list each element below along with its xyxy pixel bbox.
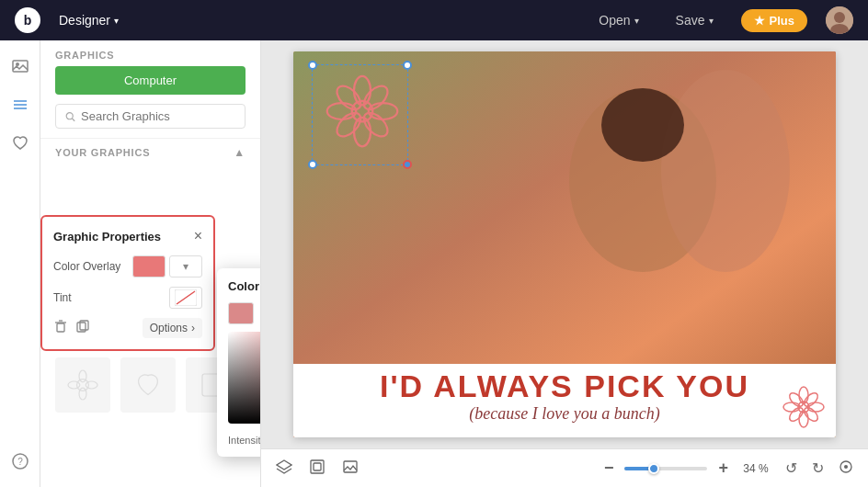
- color-picker-gradient[interactable]: [228, 332, 261, 424]
- corner-flower-graphic[interactable]: [781, 384, 827, 430]
- heart-thumb: [130, 367, 166, 403]
- gp-actions: Options ›: [53, 318, 202, 338]
- svg-point-14: [79, 388, 86, 400]
- tint-row: Tint: [53, 287, 202, 309]
- flower-graphic[interactable]: [321, 70, 404, 153]
- tint-icon[interactable]: [169, 287, 202, 309]
- svg-point-38: [333, 108, 365, 141]
- image-icon: [11, 57, 29, 75]
- flower-thumb-1: [64, 367, 101, 403]
- heart-icon: [11, 134, 29, 153]
- undo-redo-group: ↺ ↻: [782, 456, 857, 481]
- avatar[interactable]: [826, 6, 853, 34]
- duplicate-button[interactable]: [75, 319, 90, 337]
- your-graphics-section[interactable]: YOUR GRAPHICS ▲: [40, 138, 260, 166]
- search-input[interactable]: [81, 109, 235, 123]
- search-bar: [55, 104, 246, 129]
- logo[interactable]: b: [15, 7, 40, 33]
- intensity-label: Intensity: [228, 435, 261, 446]
- computer-button[interactable]: Computer: [55, 66, 246, 95]
- canvas-main-text: I'D ALWAYS PICK YOU: [312, 368, 817, 404]
- delete-button[interactable]: [53, 319, 68, 337]
- sidebar-item-favorites[interactable]: [4, 127, 37, 160]
- duplicate-icon: [75, 319, 90, 334]
- sidebar-item-layers[interactable]: [4, 88, 37, 121]
- app-name-button[interactable]: Designer ▾: [59, 13, 119, 28]
- icon-bar: ?: [0, 40, 40, 487]
- undo-button[interactable]: ↺: [782, 456, 801, 481]
- co-color-swatch[interactable]: [228, 302, 254, 324]
- svg-point-15: [68, 381, 80, 389]
- svg-line-11: [72, 118, 74, 120]
- color-overlay-swatch[interactable]: [132, 255, 166, 277]
- history-button[interactable]: [835, 456, 857, 481]
- gp-header: Graphic Properties ×: [53, 228, 202, 244]
- zoom-controls: − + 34 %: [600, 455, 772, 481]
- slash-icon: [175, 289, 197, 306]
- svg-point-10: [66, 112, 73, 119]
- svg-point-46: [802, 391, 820, 409]
- zoom-out-button[interactable]: −: [600, 455, 618, 481]
- color-overlay-popup: Color Overlay #DA8989 ✏: [217, 268, 261, 457]
- svg-point-1: [834, 12, 845, 23]
- zoom-percent: 34 %: [739, 462, 772, 475]
- zoom-in-button[interactable]: +: [714, 455, 732, 481]
- svg-point-12: [77, 379, 89, 391]
- bottom-bar: − + 34 % ↺ ↻: [261, 448, 868, 487]
- sidebar-item-help[interactable]: ?: [4, 445, 37, 478]
- svg-point-30: [601, 88, 684, 162]
- gp-title: Graphic Properties: [53, 230, 161, 244]
- graphics-section-label: GRAPHICS: [40, 40, 260, 66]
- svg-rect-51: [314, 463, 321, 470]
- canvas-white-bar: I'D ALWAYS PICK YOU (because I love you …: [293, 364, 836, 437]
- canvas-text-overlay: I'D ALWAYS PICK YOU (because I love you …: [293, 364, 836, 428]
- canvas-sub-text: (because I love you a bunch): [312, 404, 817, 424]
- thumbnail-item[interactable]: [120, 357, 176, 413]
- svg-point-47: [787, 405, 805, 424]
- canvas-inner: I'D ALWAYS PICK YOU (because I love you …: [261, 40, 868, 448]
- canvas-area: I'D ALWAYS PICK YOU (because I love you …: [261, 40, 868, 487]
- co-title: Color Overlay: [228, 279, 261, 293]
- help-icon: ?: [11, 452, 29, 470]
- close-button[interactable]: ×: [194, 228, 202, 244]
- redo-button[interactable]: ↻: [808, 456, 828, 481]
- open-button[interactable]: Open ▾: [589, 9, 647, 31]
- search-icon: [65, 110, 75, 123]
- image-bottom-icon: [342, 459, 359, 475]
- frame-icon: [309, 459, 326, 475]
- color-overlay-label: Color Overlay: [53, 260, 120, 273]
- svg-rect-52: [344, 461, 357, 472]
- svg-point-36: [333, 82, 365, 114]
- options-button[interactable]: Options ›: [143, 318, 202, 338]
- save-button[interactable]: Save ▾: [667, 9, 723, 31]
- svg-text:?: ?: [17, 457, 23, 467]
- chevron-down-icon[interactable]: ▾: [169, 255, 202, 277]
- svg-rect-50: [311, 460, 324, 473]
- svg-point-48: [802, 405, 820, 424]
- plus-button[interactable]: ★ Plus: [741, 9, 807, 32]
- chevron-up-icon: ▲: [234, 146, 246, 159]
- svg-point-39: [360, 108, 392, 141]
- tint-label: Tint: [53, 291, 72, 304]
- svg-marker-49: [277, 460, 291, 470]
- svg-rect-20: [57, 323, 64, 332]
- svg-point-13: [79, 370, 86, 382]
- zoom-slider[interactable]: [624, 467, 707, 470]
- header: b Designer ▾ Open ▾ Save ▾ ★ Plus: [0, 0, 868, 40]
- layers-bottom-icon: [276, 459, 292, 475]
- star-icon: ★: [754, 14, 765, 28]
- corner-flower-svg: [781, 384, 827, 430]
- image-button[interactable]: [338, 455, 362, 482]
- layers-toggle-button[interactable]: [272, 455, 296, 482]
- svg-point-37: [360, 82, 392, 114]
- svg-point-16: [86, 381, 97, 389]
- layers-icon: [11, 96, 29, 114]
- frame-button[interactable]: [305, 455, 329, 482]
- co-color-row: #DA8989 ✏: [228, 302, 261, 324]
- design-canvas[interactable]: I'D ALWAYS PICK YOU (because I love you …: [293, 51, 836, 437]
- flower-svg: [321, 70, 404, 153]
- sidebar-item-graphics[interactable]: [4, 50, 37, 83]
- thumbnail-item[interactable]: [55, 357, 110, 413]
- trash-icon: [53, 319, 68, 334]
- zoom-thumb: [648, 463, 659, 474]
